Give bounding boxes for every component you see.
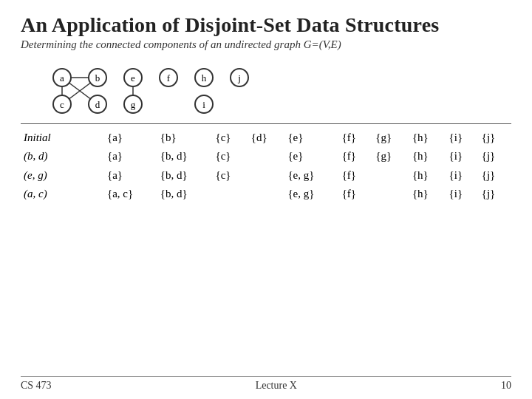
- set-cell: {b, d}: [157, 185, 213, 203]
- svg-text:i: i: [202, 99, 205, 110]
- set-cell: [248, 147, 285, 166]
- graph-area: a b c d e f g h i j: [27, 61, 511, 120]
- footer-center: Lecture X: [256, 380, 297, 392]
- set-cell: {c}: [212, 129, 248, 147]
- set-cell: {h}: [409, 147, 446, 166]
- svg-text:f: f: [167, 72, 171, 83]
- set-cell: {h}: [409, 166, 446, 185]
- set-cell: {e}: [284, 129, 338, 147]
- set-cell: {d}: [248, 129, 285, 147]
- set-cell: {g}: [372, 147, 409, 166]
- set-cell: {e}: [284, 147, 338, 166]
- table-row: (a, c){a, c}{b, d}{e, g}{f}{h}{i}{j}: [21, 185, 511, 203]
- set-cell: {i}: [446, 185, 479, 203]
- set-cell: {c}: [212, 147, 248, 166]
- set-cell: {h}: [409, 129, 446, 147]
- svg-text:a: a: [60, 72, 64, 83]
- row-label: (e, g): [21, 166, 104, 185]
- graph-svg: a b c d e f g h i j: [27, 61, 278, 120]
- set-cell: {j}: [479, 185, 511, 203]
- page-title: An Application of Disjoint-Set Data Stru…: [21, 13, 511, 37]
- set-cell: {a}: [104, 166, 157, 185]
- set-cell: {i}: [446, 147, 479, 166]
- set-cell: {f}: [339, 129, 373, 147]
- set-cell: [248, 185, 285, 203]
- set-cell: [372, 185, 409, 203]
- set-cell: [212, 185, 248, 203]
- set-cell: {b, d}: [157, 147, 213, 166]
- svg-text:g: g: [131, 99, 136, 110]
- set-cell: {f}: [339, 147, 373, 166]
- svg-text:h: h: [202, 72, 207, 83]
- set-cell: {j}: [479, 147, 511, 166]
- set-cell: {f}: [339, 166, 373, 185]
- svg-text:e: e: [131, 72, 135, 83]
- set-cell: {j}: [479, 166, 511, 185]
- table-row: (b, d){a}{b, d}{c}{e}{f}{g}{h}{i}{j}: [21, 147, 511, 166]
- table-row: Initial{a}{b}{c}{d}{e}{f}{g}{h}{i}{j}: [21, 129, 511, 147]
- footer-right: 10: [501, 380, 511, 392]
- table-row: (e, g){a}{b, d}{c}{e, g}{f}{h}{i}{j}: [21, 166, 511, 185]
- set-cell: [372, 166, 409, 185]
- set-cell: {a}: [104, 129, 157, 147]
- row-label: Initial: [21, 129, 104, 147]
- set-cell: {a, c}: [104, 185, 157, 203]
- set-cell: {b, d}: [157, 166, 213, 185]
- set-cell: {b}: [157, 129, 213, 147]
- footer-left: CS 473: [21, 380, 52, 392]
- data-table: Initial{a}{b}{c}{d}{e}{f}{g}{h}{i}{j}(b,…: [21, 129, 511, 203]
- set-cell: [248, 166, 285, 185]
- set-cell: {i}: [446, 166, 479, 185]
- page: An Application of Disjoint-Set Data Stru…: [0, 0, 532, 399]
- set-cell: {e, g}: [284, 166, 338, 185]
- row-label: (a, c): [21, 185, 104, 203]
- subtitle: Determining the connected components of …: [21, 38, 511, 51]
- svg-text:c: c: [60, 99, 64, 110]
- set-cell: {f}: [339, 185, 373, 203]
- row-label: (b, d): [21, 147, 104, 166]
- set-cell: {i}: [446, 129, 479, 147]
- set-cell: {j}: [479, 129, 511, 147]
- svg-text:b: b: [95, 72, 100, 83]
- svg-text:d: d: [95, 99, 100, 110]
- set-cell: {c}: [212, 166, 248, 185]
- set-cell: {g}: [372, 129, 409, 147]
- footer: CS 473 Lecture X 10: [21, 376, 511, 392]
- svg-text:j: j: [237, 72, 241, 83]
- divider: [21, 123, 511, 124]
- set-cell: {a}: [104, 147, 157, 166]
- set-cell: {e, g}: [284, 185, 338, 203]
- set-cell: {h}: [409, 185, 446, 203]
